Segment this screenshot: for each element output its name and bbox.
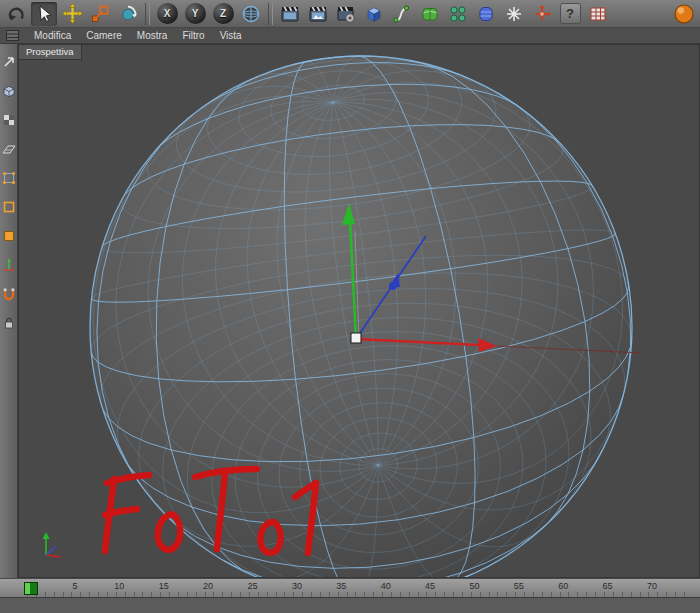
timeline-tick-40: 40 xyxy=(381,581,391,591)
world-axis-indicator xyxy=(43,532,62,557)
viewport-canvas[interactable] xyxy=(19,45,700,578)
subdivision-icon xyxy=(420,4,440,24)
menu-modifica[interactable]: Modifica xyxy=(34,28,71,44)
polygons-mode-icon xyxy=(2,229,16,243)
timeline-tick-10: 10 xyxy=(114,581,124,591)
array-icon xyxy=(448,4,468,24)
lock-z-label: Z xyxy=(220,8,226,19)
lock-z-button[interactable]: Z xyxy=(210,2,236,26)
help-label: ? xyxy=(566,6,574,21)
render-view-icon xyxy=(280,4,300,24)
particles-button[interactable] xyxy=(501,2,527,26)
polygons-mode-button[interactable] xyxy=(1,228,16,243)
scale-tool-button[interactable] xyxy=(87,2,113,26)
timeline-tick-65: 65 xyxy=(603,581,613,591)
subdivision-surface-button[interactable] xyxy=(417,2,443,26)
viewport-menu-bar: ModificaCamereMostraFiltroVista xyxy=(0,28,700,44)
top-toolbar: X Y Z xyxy=(0,0,700,28)
edges-mode-icon xyxy=(2,200,16,214)
timeline-tick-5: 5 xyxy=(72,581,77,591)
scale-icon xyxy=(90,4,110,24)
magnet-icon xyxy=(2,287,16,301)
deformer-button[interactable] xyxy=(473,2,499,26)
timeline-tick-35: 35 xyxy=(336,581,346,591)
viewport-tab[interactable]: Prospettiva xyxy=(19,45,82,60)
timeline-tick-70: 70 xyxy=(647,581,657,591)
perspective-viewport[interactable]: Prospettiva xyxy=(18,44,700,578)
timeline-track-bar[interactable] xyxy=(0,597,700,613)
points-mode-icon xyxy=(2,171,16,185)
material-sphere-icon xyxy=(673,3,695,25)
array-button[interactable] xyxy=(445,2,471,26)
table-view-button[interactable] xyxy=(585,2,611,26)
make-editable-icon xyxy=(2,55,16,69)
material-sphere-button[interactable] xyxy=(671,2,697,26)
axis-mode-button[interactable] xyxy=(1,257,16,272)
coordinate-system-button[interactable] xyxy=(238,2,264,26)
model-cube-icon xyxy=(2,84,16,98)
current-frame-marker[interactable] xyxy=(24,582,38,595)
texture-checker-icon xyxy=(2,113,16,127)
toolbar-separator xyxy=(268,3,273,25)
render-settings-icon xyxy=(336,4,356,24)
timeline-tick-50: 50 xyxy=(469,581,479,591)
undo-button[interactable] xyxy=(3,2,29,26)
lock-workplane-button[interactable] xyxy=(1,315,16,330)
z-axis-handle-dot[interactable] xyxy=(389,282,397,290)
timeline-tick-15: 15 xyxy=(159,581,169,591)
sphere-object xyxy=(90,56,632,578)
timeline-tick-25: 25 xyxy=(248,581,258,591)
undo-icon xyxy=(6,4,26,24)
timeline-ruler[interactable]: 510152025303540455055606570 xyxy=(0,578,700,597)
model-mode-button[interactable] xyxy=(1,83,16,98)
lock-icon xyxy=(2,316,16,330)
timeline-tick-30: 30 xyxy=(292,581,302,591)
toolbar-separator xyxy=(145,3,150,25)
rotate-icon xyxy=(118,4,138,24)
render-scene-icon xyxy=(308,4,328,24)
texture-mode-button[interactable] xyxy=(1,112,16,127)
timeline-tick-20: 20 xyxy=(203,581,213,591)
axis-mode-icon xyxy=(2,258,16,272)
render-view-button[interactable] xyxy=(277,2,303,26)
world-axis-button[interactable] xyxy=(529,2,555,26)
menu-filtro[interactable]: Filtro xyxy=(182,28,204,44)
spline-pen-button[interactable] xyxy=(389,2,415,26)
viewport-tab-label: Prospettiva xyxy=(26,46,74,57)
timeline-tick-60: 60 xyxy=(558,581,568,591)
menu-mostra[interactable]: Mostra xyxy=(137,28,168,44)
left-tool-palette xyxy=(0,44,18,578)
lock-y-button[interactable]: Y xyxy=(182,2,208,26)
workplane-button[interactable] xyxy=(1,141,16,156)
spline-icon xyxy=(392,4,412,24)
edges-mode-button[interactable] xyxy=(1,199,16,214)
deformer-icon xyxy=(476,4,496,24)
move-tool-button[interactable] xyxy=(59,2,85,26)
render-settings-button[interactable] xyxy=(333,2,359,26)
snap-button[interactable] xyxy=(1,286,16,301)
lock-y-label: Y xyxy=(192,8,199,19)
lock-x-label: X xyxy=(164,8,171,19)
render-active-view-button[interactable] xyxy=(305,2,331,26)
menu-camere[interactable]: Camere xyxy=(86,28,122,44)
coordinate-globe-icon xyxy=(241,4,261,24)
rotate-tool-button[interactable] xyxy=(115,2,141,26)
timeline-tick-45: 45 xyxy=(425,581,435,591)
menu-vista[interactable]: Vista xyxy=(220,28,242,44)
origin-handle[interactable] xyxy=(351,333,361,343)
timeline-tick-55: 55 xyxy=(514,581,524,591)
add-cube-button[interactable] xyxy=(361,2,387,26)
lock-x-button[interactable]: X xyxy=(154,2,180,26)
make-editable-button[interactable] xyxy=(1,54,16,69)
cursor-icon xyxy=(34,4,54,24)
move-icon xyxy=(62,3,83,24)
help-button[interactable]: ? xyxy=(557,2,583,26)
workplane-icon xyxy=(2,142,16,156)
cube-icon xyxy=(364,4,384,24)
particles-icon xyxy=(504,4,524,24)
table-icon xyxy=(588,4,608,24)
viewport-menu-icon[interactable] xyxy=(6,30,19,41)
points-mode-button[interactable] xyxy=(1,170,16,185)
axis-cross-icon xyxy=(532,4,552,24)
live-selection-button[interactable] xyxy=(31,2,57,26)
